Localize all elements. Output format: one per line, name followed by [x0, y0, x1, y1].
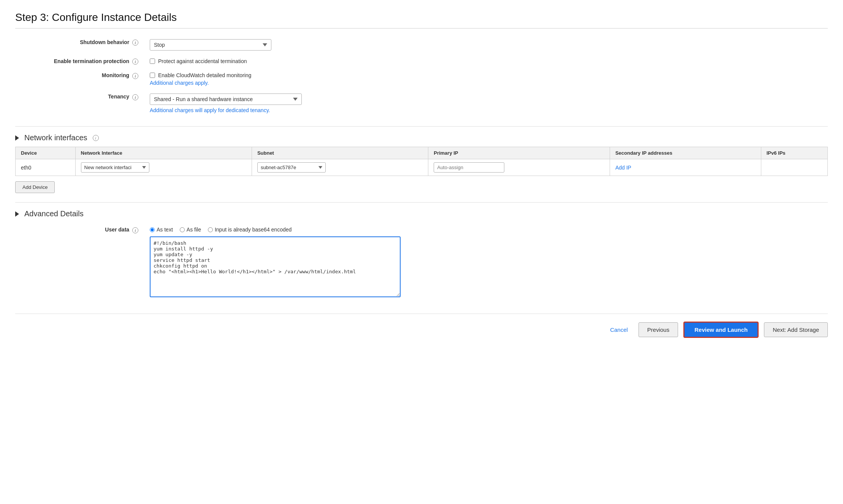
network-interface-select[interactable]: New network interfaci — [81, 162, 149, 173]
table-row: eth0 New network interfaci subnet-ac5787… — [16, 159, 828, 176]
primary-ip-cell — [428, 159, 610, 176]
monitoring-info-icon[interactable]: i — [132, 73, 138, 79]
user-data-info-icon[interactable]: i — [132, 227, 138, 233]
page-title: Step 3: Configure Instance Details — [15, 11, 828, 29]
col-ipv6: IPv6 IPs — [761, 147, 827, 159]
ipv6-cell — [761, 159, 827, 176]
termination-protection-cell: Protect against accidental termination — [144, 54, 828, 68]
tenancy-row: Tenancy i Shared - Run a shared hardware… — [15, 90, 828, 117]
monitoring-cell: Enable CloudWatch detailed monitoring Ad… — [144, 68, 828, 90]
col-network-interface: Network Interface — [75, 147, 252, 159]
net-table-header-row: Device Network Interface Subnet Primary … — [16, 147, 828, 159]
user-data-label: User data i — [15, 223, 144, 302]
col-device: Device — [16, 147, 76, 159]
network-interfaces-triangle-icon — [15, 135, 19, 141]
network-interfaces-table: Device Network Interface Subnet Primary … — [15, 147, 828, 176]
radio-as-text[interactable] — [150, 227, 155, 232]
advanced-details-form-table: User data i As text As file — [15, 223, 828, 302]
secondary-ip-cell: Add IP — [610, 159, 761, 176]
advanced-details-section: Advanced Details User data i As text — [15, 202, 828, 302]
radio-as-file-label[interactable]: As file — [180, 227, 201, 233]
shutdown-behavior-info-icon[interactable]: i — [132, 40, 138, 46]
instance-details-form: Shutdown behavior i Stop Terminate Enabl… — [15, 35, 828, 117]
user-data-cell: As text As file Input is already base64 … — [144, 223, 828, 302]
col-secondary-ip: Secondary IP addresses — [610, 147, 761, 159]
next-add-storage-button[interactable]: Next: Add Storage — [764, 322, 828, 337]
tenancy-cell: Shared - Run a shared hardware instance … — [144, 90, 828, 117]
monitoring-row: Monitoring i Enable CloudWatch detailed … — [15, 68, 828, 90]
shutdown-behavior-select[interactable]: Stop Terminate — [150, 39, 271, 51]
primary-ip-input[interactable] — [434, 162, 504, 173]
monitoring-checkbox-label[interactable]: Enable CloudWatch detailed monitoring — [150, 72, 822, 78]
add-ip-link[interactable]: Add IP — [615, 165, 631, 171]
subnet-cell: subnet-ac5787e — [252, 159, 428, 176]
shutdown-behavior-cell: Stop Terminate — [144, 35, 828, 54]
previous-button[interactable]: Previous — [639, 322, 678, 337]
cancel-button[interactable]: Cancel — [605, 323, 633, 336]
user-data-radio-group: As text As file Input is already base64 … — [150, 227, 822, 233]
form-table: Shutdown behavior i Stop Terminate Enabl… — [15, 35, 828, 117]
tenancy-additional-link[interactable]: Additional charges will apply for dedica… — [150, 107, 270, 113]
radio-as-text-label[interactable]: As text — [150, 227, 173, 233]
user-data-row: User data i As text As file — [15, 223, 828, 302]
review-and-launch-button[interactable]: Review and Launch — [683, 322, 759, 338]
col-primary-ip: Primary IP — [428, 147, 610, 159]
footer-bar: Cancel Previous Review and Launch Next: … — [15, 314, 828, 346]
network-interfaces-header: Network interfaces i — [15, 126, 828, 142]
radio-base64-label[interactable]: Input is already base64 encoded — [208, 227, 292, 233]
shutdown-behavior-label: Shutdown behavior i — [15, 35, 144, 54]
monitoring-additional-link[interactable]: Additional charges apply. — [150, 80, 209, 86]
termination-protection-checkbox-label[interactable]: Protect against accidental termination — [150, 58, 822, 64]
user-data-textarea[interactable]: #!/bin/bash yum install httpd -y yum upd… — [150, 236, 401, 297]
network-interface-cell: New network interfaci — [75, 159, 252, 176]
add-device-button[interactable]: Add Device — [15, 181, 55, 193]
monitoring-checkbox[interactable] — [150, 73, 155, 78]
termination-protection-label: Enable termination protection i — [15, 54, 144, 68]
col-subnet: Subnet — [252, 147, 428, 159]
tenancy-select[interactable]: Shared - Run a shared hardware instance … — [150, 94, 302, 105]
termination-protection-row: Enable termination protection i Protect … — [15, 54, 828, 68]
termination-protection-checkbox[interactable] — [150, 59, 155, 64]
tenancy-label: Tenancy i — [15, 90, 144, 117]
advanced-details-header: Advanced Details — [15, 202, 828, 218]
radio-as-file[interactable] — [180, 227, 185, 232]
termination-protection-info-icon[interactable]: i — [132, 59, 138, 65]
advanced-details-triangle-icon — [15, 211, 19, 217]
device-cell: eth0 — [16, 159, 76, 176]
radio-base64[interactable] — [208, 227, 213, 232]
tenancy-info-icon[interactable]: i — [132, 94, 138, 100]
network-interfaces-info-icon[interactable]: i — [93, 135, 99, 141]
network-interfaces-section: Network interfaces i Device Network Inte… — [15, 126, 828, 193]
shutdown-behavior-row: Shutdown behavior i Stop Terminate — [15, 35, 828, 54]
subnet-select[interactable]: subnet-ac5787e — [257, 162, 326, 173]
page-wrapper: Step 3: Configure Instance Details Shutd… — [0, 0, 843, 504]
monitoring-label: Monitoring i — [15, 68, 144, 90]
